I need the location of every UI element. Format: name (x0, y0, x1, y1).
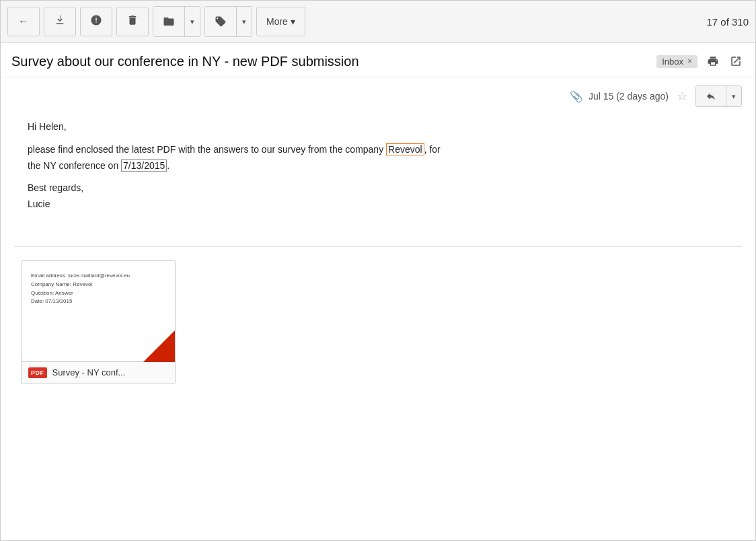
report-button[interactable] (80, 7, 112, 36)
company-link[interactable]: Revevol (386, 143, 424, 155)
email-area: 📎 Jul 15 (2 days ago) ☆ ▾ Hi Helen, plea… (1, 77, 755, 540)
print-button[interactable] (704, 52, 722, 70)
toolbar: ← ▾ ▾ (1, 1, 755, 43)
email-counter: 17 of 310 (700, 16, 749, 28)
more-label: More (266, 16, 288, 27)
star-button[interactable]: ☆ (675, 87, 689, 105)
subject-bar: Survey about our conference in NY - new … (1, 43, 755, 77)
email-header-row: 📎 Jul 15 (2 days ago) ☆ ▾ (1, 77, 755, 112)
attachment-area: Email address: lucie.maillard@revevol.eu… (1, 254, 755, 404)
pdf-line-2: Company Name: Revevol (31, 281, 167, 289)
date-reference: 7/13/2015 (121, 159, 167, 172)
download-icon (54, 14, 66, 29)
folder-button: ▾ (153, 6, 200, 37)
body-text-2: the NY conference on (28, 160, 121, 171)
tag-button: ▾ (204, 6, 252, 37)
open-in-new-button[interactable] (727, 52, 745, 70)
attachment-name: Survey - NY conf... (52, 367, 126, 377)
pdf-preview: Email address: lucie.maillard@revevol.eu… (22, 261, 176, 362)
reply-dropdown-button[interactable]: ▾ (726, 86, 741, 106)
attachment-thumbnail[interactable]: Email address: lucie.maillard@revevol.eu… (21, 260, 176, 384)
email-greeting: Hi Helen, (28, 119, 728, 135)
back-icon: ← (18, 15, 29, 28)
pdf-line-3: Question: Answer (31, 289, 167, 298)
email-paragraph-1: please find enclosed the latest PDF with… (28, 142, 728, 174)
pdf-icon: PDF (28, 367, 47, 378)
folder-dropdown-button[interactable]: ▾ (185, 7, 200, 36)
inbox-close-button[interactable]: × (687, 57, 692, 66)
delete-icon (126, 14, 139, 29)
email-subject: Survey about our conference in NY - new … (11, 54, 650, 69)
pdf-line-1: Email address: lucie.maillard@revevol.eu (31, 272, 167, 281)
download-button[interactable] (44, 7, 76, 36)
attachment-clip-icon: 📎 (570, 90, 583, 103)
signature-text: Lucie (28, 199, 50, 209)
body-text-2-end: . (167, 160, 169, 171)
inbox-label: Inbox (662, 57, 683, 67)
back-button[interactable]: ← (7, 7, 40, 36)
closing-text: Best regards, (28, 182, 83, 193)
tag-dropdown-button[interactable]: ▾ (237, 7, 252, 36)
body-text-1: please find enclosed the latest PDF with… (28, 144, 386, 155)
pdf-preview-lines: Email address: lucie.maillard@revevol.eu… (31, 272, 167, 306)
reply-button[interactable] (696, 86, 726, 106)
more-button[interactable]: More ▾ (256, 7, 305, 36)
alert-icon (90, 14, 102, 29)
inbox-badge: Inbox × (656, 55, 697, 68)
pdf-line-4: Date: 07/13/2015 (31, 297, 167, 306)
pdf-fold-corner (143, 328, 176, 362)
body-text-1-end: , for (424, 144, 441, 155)
email-separator (14, 246, 742, 247)
tag-main-button[interactable] (205, 7, 237, 36)
subject-action-icons (704, 52, 745, 70)
reply-group: ▾ (695, 85, 742, 107)
delete-button[interactable] (116, 7, 149, 36)
email-closing: Best regards, Lucie (28, 180, 728, 213)
email-meta: 📎 Jul 15 (2 days ago) (570, 90, 669, 103)
folder-main-button[interactable] (153, 7, 185, 36)
email-body: Hi Helen, please find enclosed the lates… (1, 112, 755, 240)
email-date: Jul 15 (2 days ago) (589, 91, 669, 102)
more-arrow-icon: ▾ (291, 16, 295, 27)
attachment-footer: PDF Survey - NY conf... (22, 362, 175, 384)
